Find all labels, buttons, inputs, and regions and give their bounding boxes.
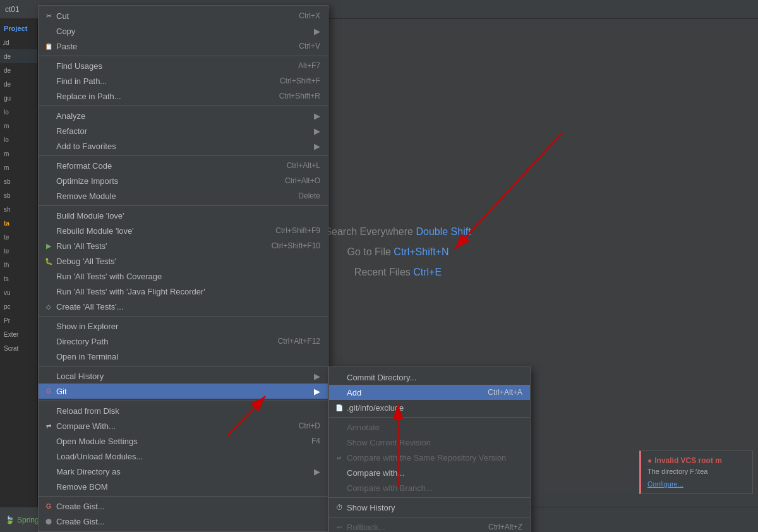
panel-item[interactable]: Exter [0,327,37,341]
module-settings-shortcut: F4 [311,437,320,445]
menu-item-find-usages[interactable]: Find Usages Alt+F7 [39,58,328,73]
menu-item-debug-tests[interactable]: 🐛 Debug 'All Tests' [39,253,328,269]
directory-path-shortcut: Ctrl+Alt+F12 [278,337,320,346]
replace-path-label: Replace in Path... [56,92,267,101]
menu-item-compare[interactable]: ⇄ Compare With... Ctrl+D [39,418,328,433]
sub-separator-3 [329,517,530,517]
menu-item-cut[interactable]: ✂ Cut Ctrl+X [39,8,328,23]
menu-item-analyze[interactable]: Analyze ▶ [39,108,328,123]
panel-item[interactable]: pc [0,299,37,313]
add-label: Add [347,388,488,397]
directory-path-label: Directory Path [56,337,265,346]
menu-item-open-terminal[interactable]: Open in Terminal [39,349,328,364]
remove-module-shortcut: Delete [298,191,320,200]
top-bar-title: ct01 [5,5,20,14]
submenu-item-show-history[interactable]: ⏱ Show History [329,500,530,515]
load-modules-label: Load/Unload Modules... [56,452,320,461]
menu-item-rebuild-module[interactable]: Rebuild Module 'love' Ctrl+Shift+F9 [39,223,328,238]
run-flight-label: Run 'All Tests' with 'Java Flight Record… [56,287,320,296]
create-tests-label: Create 'All Tests'... [56,302,320,311]
panel-item[interactable]: de [0,63,37,77]
circle-icon: ⬤ [44,516,54,526]
panel-item[interactable]: ts [0,272,37,286]
panel-item[interactable]: gu [0,91,37,105]
panel-item[interactable]: sb [0,188,37,202]
panel-item[interactable]: m [0,119,37,133]
reload-label: Reload from Disk [56,406,320,416]
create-gist-2-label: Create Gist... [56,517,320,526]
find-usages-shortcut: Alt+F7 [298,61,320,70]
menu-item-add-favorites[interactable]: Add to Favorites ▶ [39,138,328,154]
menu-item-create-gist-2[interactable]: ⬤ Create Gist... [39,514,328,529]
menu-item-run-flight[interactable]: Run 'All Tests' with 'Java Flight Record… [39,284,328,299]
menu-item-load-modules[interactable]: Load/Unload Modules... [39,449,328,464]
panel-item[interactable]: th [0,258,37,272]
configure-link[interactable]: Configure... [647,480,683,488]
panel-item[interactable]: de [0,49,37,63]
menu-item-remove-bom[interactable]: Remove BOM [39,479,328,494]
build-module-label: Build Module 'love' [56,211,320,221]
panel-item[interactable]: m [0,147,37,160]
menu-item-git[interactable]: G Git ▶ [39,384,328,399]
menu-item-remove-module[interactable]: Remove Module Delete [39,188,328,203]
find-usages-label: Find Usages [56,61,286,71]
analyze-label: Analyze [56,111,309,121]
panel-item[interactable]: .id [0,35,37,49]
separator-8 [39,496,328,497]
notification-text: The directory F:\tea [647,468,746,475]
menu-item-run-tests[interactable]: ▶ Run 'All Tests' Ctrl+Shift+F10 [39,238,328,253]
menu-item-optimize[interactable]: Optimize Imports Ctrl+Alt+O [39,173,328,188]
optimize-label: Optimize Imports [56,176,272,186]
recent-files-shortcut: Ctrl+E [413,267,442,277]
submenu-item-gitinfo[interactable]: 📄 .git/info/exclude [329,400,530,415]
menu-item-mark-directory[interactable]: Mark Directory as ▶ [39,464,328,479]
menu-item-create-tests[interactable]: ◇ Create 'All Tests'... [39,299,328,314]
menu-item-module-settings[interactable]: Open Module Settings F4 [39,433,328,449]
debug-tests-label: Debug 'All Tests' [56,257,320,266]
paste-shortcut: Ctrl+V [299,42,320,51]
remove-bom-label: Remove BOM [56,482,320,492]
menu-item-local-history[interactable]: Local History ▶ [39,368,328,384]
menu-item-run-coverage[interactable]: Run 'All Tests' with Coverage [39,269,328,284]
goto-file-hint: Go to File Ctrl+Shift+N [347,246,449,258]
run-coverage-label: Run 'All Tests' with Coverage [56,272,320,281]
panel-item[interactable]: lo [0,105,37,119]
submenu-item-add[interactable]: Add Ctrl+Alt+A [329,385,530,400]
panel-item[interactable]: te [0,230,37,244]
submenu-item-compare-repo: ⇄ Compare with the Same Repository Versi… [329,450,530,465]
menu-item-find-path[interactable]: Find in Path... Ctrl+Shift+F [39,73,328,88]
menu-item-copy[interactable]: Copy ▶ [39,23,328,39]
copy-arrow: ▶ [314,27,320,36]
menu-item-refactor[interactable]: Refactor ▶ [39,123,328,138]
panel-item[interactable]: de [0,77,37,91]
menu-item-paste[interactable]: 📋 Paste Ctrl+V [39,39,328,54]
menu-item-show-explorer[interactable]: Show in Explorer [39,318,328,334]
show-explorer-label: Show in Explorer [56,322,320,331]
panel-item[interactable]: ta [0,216,37,230]
open-terminal-label: Open in Terminal [56,352,320,361]
submenu-item-show-revision: Show Current Revision [329,435,530,450]
menu-item-reload[interactable]: Reload from Disk [39,403,328,418]
menu-item-replace-path[interactable]: Replace in Path... Ctrl+Shift+R [39,88,328,104]
panel-item[interactable]: sb [0,174,37,188]
find-path-shortcut: Ctrl+Shift+F [280,76,320,85]
find-path-label: Find in Path... [56,76,267,86]
menu-item-directory-path[interactable]: Directory Path Ctrl+Alt+F12 [39,334,328,349]
panel-item[interactable]: Pr [0,313,37,327]
panel-item[interactable]: te [0,244,37,258]
menu-item-reformat[interactable]: Reformat Code Ctrl+Alt+L [39,158,328,173]
compare-repo-icon: ⇄ [334,452,344,462]
optimize-shortcut: Ctrl+Alt+O [285,176,320,185]
run-icon: ▶ [44,241,54,251]
project-panel: Project .id de de de gu lo m lo m m sb s… [0,19,38,507]
submenu-item-compare-with[interactable]: Compare with... [329,465,530,480]
submenu-item-commit[interactable]: Commit Directory... [329,370,530,385]
annotate-label: Annotate [347,423,522,432]
panel-item[interactable]: sh [0,202,37,216]
panel-item[interactable]: m [0,160,37,174]
panel-item[interactable]: Scrat [0,341,37,355]
panel-item[interactable]: vu [0,286,37,299]
panel-item[interactable]: lo [0,133,37,147]
menu-item-create-gist-1[interactable]: G Create Gist... [39,499,328,514]
menu-item-build-module[interactable]: Build Module 'love' [39,208,328,223]
